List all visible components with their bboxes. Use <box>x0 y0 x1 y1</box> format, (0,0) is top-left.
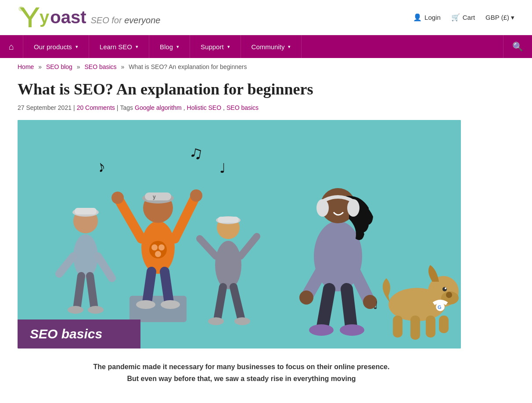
breadcrumb-current: What is SEO? An explanation for beginner… <box>129 63 247 70</box>
nav-home[interactable]: ⌂ <box>0 35 23 58</box>
chevron-down-icon: ▾ <box>75 44 78 50</box>
svg-text:♩: ♩ <box>219 161 226 175</box>
svg-point-54 <box>309 324 334 336</box>
home-icon: ⌂ <box>9 42 14 52</box>
breadcrumb-sep-1: » <box>38 63 42 70</box>
article-date: 27 September 2021 <box>18 104 72 111</box>
svg-line-30 <box>165 272 169 302</box>
svg-line-52 <box>323 289 329 327</box>
cart-label: Cart <box>463 14 475 21</box>
logo-y: y <box>40 7 49 27</box>
breadcrumb-sep-2: » <box>77 63 80 70</box>
svg-point-55 <box>340 324 364 336</box>
chevron-down-icon: ▾ <box>136 44 138 50</box>
svg-point-41 <box>208 317 224 325</box>
currency-chevron-icon: ▾ <box>511 14 514 22</box>
svg-text:y: y <box>153 194 156 200</box>
svg-rect-62 <box>393 316 403 338</box>
svg-point-32 <box>161 300 180 309</box>
nav-label-products: Our products <box>34 43 72 51</box>
svg-text:G: G <box>438 305 442 310</box>
svg-line-12 <box>90 276 94 309</box>
svg-rect-63 <box>410 316 420 340</box>
svg-rect-64 <box>426 316 435 338</box>
currency-label: GBP (£) <box>485 14 509 21</box>
hero-image: ♪ ♫ ♩ <box>18 120 461 349</box>
nav-our-products[interactable]: Our products ▾ <box>23 35 89 58</box>
svg-point-13 <box>68 306 83 314</box>
tags-label: Tags <box>120 104 133 111</box>
article-intro: The pandemic made it necessary for many … <box>88 361 395 385</box>
svg-point-20 <box>155 251 161 257</box>
tag-holistic-seo[interactable]: Holistic SEO <box>187 104 222 111</box>
nav-label-learn-seo: Learn SEO <box>100 43 132 51</box>
tag-seo-basics[interactable]: SEO basics <box>226 104 259 111</box>
hero-illustration: ♪ ♫ ♩ <box>18 120 461 349</box>
nav-label-support: Support <box>201 43 224 51</box>
svg-line-39 <box>217 287 223 320</box>
svg-point-61 <box>445 287 446 289</box>
svg-line-29 <box>147 272 151 302</box>
nav-support[interactable]: Support ▾ <box>190 35 241 58</box>
tagline-seo: SEO for <box>91 15 125 25</box>
breadcrumb-seo-blog[interactable]: SEO blog <box>46 63 72 70</box>
svg-point-49 <box>299 290 313 305</box>
nav-search-button[interactable]: 🔍 <box>503 35 532 58</box>
chevron-down-icon: ▾ <box>227 44 230 50</box>
nav-label-blog: Blog <box>160 43 173 51</box>
yoast-logo-icon <box>18 5 40 29</box>
article-meta: 27 September 2021 | 20 Comments | Tags G… <box>18 104 465 111</box>
svg-line-11 <box>77 276 81 309</box>
svg-point-27 <box>111 192 124 204</box>
nav-learn-seo[interactable]: Learn SEO ▾ <box>89 35 149 58</box>
article-title: What is SEO? An explanation for beginner… <box>18 80 465 99</box>
currency-selector[interactable]: GBP (£) ▾ <box>485 14 514 22</box>
svg-point-14 <box>88 306 104 314</box>
article-intro-bold: The pandemic made it necessary for many … <box>93 363 390 382</box>
nav-blog[interactable]: Blog ▾ <box>149 35 190 58</box>
logo-text: yoast SEO for everyone <box>40 7 160 27</box>
svg-rect-65 <box>439 316 449 333</box>
login-link[interactable]: 👤 Login <box>413 13 441 22</box>
chevron-down-icon: ▾ <box>176 44 179 50</box>
cart-icon: 🛒 <box>451 13 460 22</box>
meta-sep-1: | <box>73 104 75 111</box>
logo[interactable]: yoast SEO for everyone <box>18 5 160 29</box>
svg-rect-15 <box>129 296 187 322</box>
search-icon: 🔍 <box>512 41 523 52</box>
svg-point-59 <box>446 292 452 298</box>
svg-point-46 <box>347 199 359 217</box>
nav-community[interactable]: Community ▾ <box>241 35 302 58</box>
logo-tagline: SEO for everyone <box>91 15 161 25</box>
svg-point-42 <box>234 317 250 325</box>
main-content: What is SEO? An explanation for beginner… <box>0 76 483 403</box>
svg-point-31 <box>136 300 155 309</box>
breadcrumb-sep-3: » <box>121 63 124 70</box>
breadcrumb-home[interactable]: Home <box>18 63 34 70</box>
site-header: yoast SEO for everyone 👤 Login 🛒 Cart GB… <box>0 0 532 35</box>
meta-sep-2: | <box>117 104 119 111</box>
svg-rect-23 <box>145 192 171 200</box>
svg-point-28 <box>190 189 202 202</box>
chevron-down-icon: ▾ <box>288 44 291 50</box>
tag-google-algorithm[interactable]: Google algorithm <box>135 104 182 111</box>
main-nav: ⌂ Our products ▾ Learn SEO ▾ Blog ▾ Supp… <box>0 35 532 58</box>
svg-point-60 <box>442 287 447 291</box>
svg-rect-36 <box>218 217 239 223</box>
hero-banner-text: SEO basics <box>30 327 102 341</box>
svg-point-0 <box>18 6 24 11</box>
svg-point-33 <box>215 241 241 289</box>
breadcrumb: Home » SEO blog » SEO basics » What is S… <box>0 58 532 76</box>
svg-point-45 <box>316 199 329 217</box>
breadcrumb-seo-basics[interactable]: SEO basics <box>84 63 116 70</box>
comments-link[interactable]: 20 Comments <box>77 104 115 111</box>
login-label: Login <box>424 14 441 21</box>
svg-rect-8 <box>75 208 97 214</box>
svg-line-53 <box>347 289 351 327</box>
hero-banner: SEO basics <box>18 319 140 349</box>
svg-point-18 <box>151 244 158 251</box>
svg-point-19 <box>158 244 165 251</box>
cart-link[interactable]: 🛒 Cart <box>451 13 475 22</box>
nav-label-community: Community <box>252 43 285 51</box>
header-actions: 👤 Login 🛒 Cart GBP (£) ▾ <box>413 13 514 22</box>
